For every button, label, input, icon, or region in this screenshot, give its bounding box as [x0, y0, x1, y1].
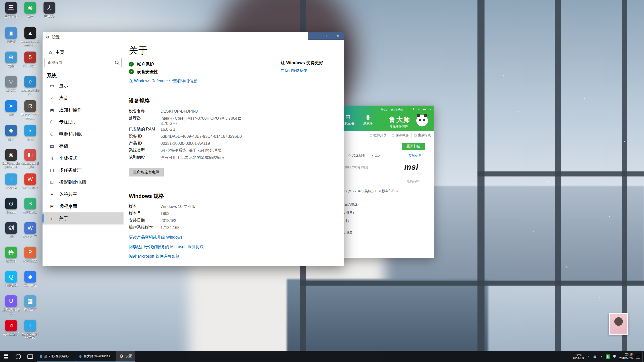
copy-info-link[interactable]: 复制信息 [409, 154, 422, 158]
tray-icon[interactable]: ♪ [599, 354, 603, 359]
desktop-icon-label: 芒果TV [44, 15, 55, 18]
nav-item-icon: ⊞ [49, 204, 55, 209]
maximize-button[interactable]: □ [320, 32, 332, 40]
settings-main: 关于 ✓ 帐户保护 ✓ 设备安全性 在 Windows Defender 中查看… [124, 42, 344, 266]
minimize-icon[interactable]: — [423, 107, 426, 111]
device-spec-list: 设备名称 DESKTOP-BFDPINJ 处理器 Intel(R) Core(T… [129, 108, 334, 162]
settings-nav-item[interactable]: ▣ 通知和操作 [43, 104, 124, 116]
desktop-icon[interactable]: W WPS文字 [21, 222, 40, 247]
desktop-icon[interactable]: 5 Far Cry 5 [21, 52, 40, 76]
desktop-icon[interactable]: ◧ Wallpaper Engine [21, 149, 40, 173]
settings-link[interactable]: 阅读适用于我们服务的 Microsoft 服务协议 [129, 244, 334, 250]
desktop-icon[interactable]: e Microsoft Edge [21, 76, 40, 100]
close-icon[interactable]: × [429, 107, 431, 111]
desktop-icon[interactable]: ◉ 微信 [21, 2, 40, 18]
settings-link[interactable]: 阅读 Microsoft 软件许可条款 [129, 254, 334, 259]
desktop-icon[interactable]: ◆ 战网 [2, 125, 21, 149]
desktop-icon[interactable]: ▣ 此电脑 [2, 27, 21, 52]
cpu-temp-value: 32℃ [573, 353, 584, 356]
desktop-icon[interactable]: ♫ 网易云音乐 [2, 320, 21, 344]
chevron-down-icon[interactable]: ▾ [418, 107, 420, 111]
desktop-icon[interactable]: Q 腾讯QQ [2, 271, 21, 295]
desktop-icon-image: ▣ [5, 27, 17, 39]
desktop-icon[interactable]: ▽ 回收站 [2, 76, 21, 100]
wallpaper-photo-frame [609, 313, 628, 335]
desktop-icon[interactable]: ◉ GeForce Experience [2, 149, 21, 173]
desktop-icon[interactable]: W WPS Office [21, 173, 40, 198]
nav-item-icon: ⊙ [49, 131, 55, 137]
action-center-icon[interactable] [636, 355, 640, 358]
settings-nav-item[interactable]: ✶ 体验共享 [43, 188, 124, 200]
desktop-icon[interactable]: 王 王者营地 [2, 2, 21, 18]
task-view-button[interactable] [24, 351, 36, 362]
feedback-block: 让 Windows 变得更好 向我们提供反馈 [281, 60, 341, 73]
desktop-icon[interactable]: ◗ Uplay [21, 125, 40, 149]
ludashi-tab[interactable]: ◉ 游戏库 [360, 114, 376, 126]
close-button[interactable]: × [332, 32, 344, 40]
chevron-up-icon[interactable]: ∧ [587, 355, 590, 358]
settings-nav-item[interactable]: ♪ 声音 [43, 92, 124, 104]
settings-nav-item[interactable]: ⊡ 投影到此电脑 [43, 176, 124, 188]
desktop-icon[interactable]: i iTools 4 [2, 173, 21, 198]
desktop-icon[interactable]: ⊕ 网络 [2, 52, 21, 76]
rename-pc-button[interactable]: 重命名这台电脑 [129, 168, 164, 176]
page-title: 关于 [129, 44, 334, 57]
settings-nav-item[interactable]: ℹ 关于 [43, 212, 124, 224]
tray-icon[interactable]: S [606, 354, 610, 359]
desktop-icon[interactable]: ▲ Assassin's Creed O... [21, 27, 40, 52]
share-action-icon: ▢ [392, 133, 394, 137]
tray-icon[interactable]: ⊟ [593, 354, 597, 359]
desktop-icon[interactable]: 鲁 鲁大师 [2, 247, 21, 271]
settings-nav-item[interactable]: ▯ 平板模式 [43, 152, 124, 164]
search-icon[interactable] [115, 61, 118, 64]
start-button[interactable] [0, 351, 12, 362]
bluetooth-item[interactable]: ×蓝牙 [372, 153, 381, 158]
desktop-icon[interactable]: 剑 剑灵 [2, 222, 21, 247]
settings-link[interactable]: 更改产品密钥或升级 Windows [129, 235, 334, 240]
clock-time: 20:18 [619, 353, 633, 356]
settings-nav-item[interactable]: ⊙ 电源和睡眠 [43, 128, 124, 140]
feedback-link[interactable]: 向我们提供反馈 [281, 68, 307, 73]
ludashi-share-action[interactable]: ▢保存截屏 [389, 133, 411, 138]
nav-item-label: 平板模式 [59, 155, 77, 161]
minimize-button[interactable]: – [308, 32, 320, 40]
settings-nav-item[interactable]: ☾ 专注助手 [43, 116, 124, 128]
nav-item-icon: ▯ [49, 156, 55, 161]
divider [344, 140, 431, 140]
ludashi-share-action[interactable]: ▢生成报表 [411, 133, 433, 138]
taskbar-app-button[interactable]: e 鲁大师 www.ludas... [76, 351, 116, 362]
settings-nav-item[interactable]: ▤ 存储 [43, 140, 124, 152]
desktop-icon[interactable]: 人 芒果TV [40, 2, 59, 18]
nav-item-label: 显示 [59, 83, 68, 89]
desktop-icon[interactable]: ◆ 百度网盘 [21, 271, 40, 295]
sidebar-home[interactable]: ⌂ 主页 [43, 47, 124, 57]
desktop-icon[interactable]: P WPS演示 [21, 247, 40, 271]
defender-details-link[interactable]: 在 Windows Defender 中查看详细信息 [129, 79, 197, 83]
input-method-indicator[interactable]: 中 [613, 354, 616, 359]
settings-nav-item[interactable]: ◫ 多任务处理 [43, 164, 124, 176]
panda-mascot-icon [416, 115, 428, 126]
desktop-icon[interactable]: ♪ 酷狗铃声制作专家 [21, 320, 40, 344]
taskbar-clock[interactable]: 20:18 2018/7/26 [619, 353, 633, 360]
settings-nav-item[interactable]: ⊞ 远程桌面 [43, 200, 124, 212]
share-icon[interactable]: ↥ [412, 107, 415, 111]
disc-burn-item[interactable]: ◎光盘刻录 [348, 153, 365, 158]
ludashi-share-action[interactable]: ▢微博分享 [367, 133, 389, 138]
cpu-temp-widget[interactable]: 32℃ CPU温度 [573, 353, 584, 359]
settings-nav-item[interactable]: ▭ 显示 [43, 80, 124, 92]
desktop-icon[interactable]: ⊙ Steam [2, 198, 21, 222]
desktop-icon[interactable]: ➤ 迅雷 [2, 100, 21, 125]
taskbar-spacer [135, 351, 571, 362]
taskbar-app-button[interactable]: e 显卡吧-百度贴吧-… [37, 351, 76, 362]
show-desktop-button[interactable] [642, 351, 644, 362]
ludashi-header-link[interactable]: 问题反馈 [391, 108, 403, 112]
desktop-icon[interactable]: S WPS表格 [21, 198, 40, 222]
taskbar-app-button[interactable]: ⚙ 设置 [116, 351, 135, 362]
cortana-search-button[interactable] [12, 351, 24, 362]
search-input[interactable] [45, 58, 122, 67]
desktop-icon[interactable]: R Rise of the Tomb... [21, 100, 40, 125]
desktop-icon[interactable]: U 网易UU加速器 [2, 295, 21, 320]
ludashi-header-link[interactable]: 论坛 [381, 108, 387, 112]
rescan-button[interactable]: 重新扫描 [402, 143, 425, 150]
desktop-icon[interactable]: ▦ 格式工厂 [21, 295, 40, 320]
